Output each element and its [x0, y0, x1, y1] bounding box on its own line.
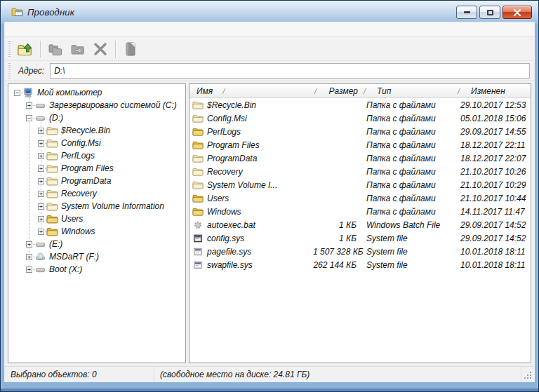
file-row[interactable]: System Volume I... Папка с файлами 21.10…: [189, 178, 531, 191]
folder-light-icon: [46, 163, 58, 174]
file-modified-cell: 21.10.2017 10:29: [455, 180, 531, 190]
address-label: Адрес:: [18, 66, 44, 76]
tree-item[interactable]: + Recovery: [8, 187, 185, 200]
file-row[interactable]: Config.Msi Папка с файлами 05.01.2018 15…: [189, 111, 531, 125]
file-name-cell: pagefile.sys: [189, 247, 313, 257]
column-header-size[interactable]: / Размер: [313, 84, 361, 97]
column-header-modified[interactable]: / Изменен: [455, 84, 531, 97]
file-row[interactable]: Recovery Папка с файлами 21.10.2017 10:2…: [189, 165, 531, 178]
file-row[interactable]: Windows Папка с файлами 14.11.2017 11:47: [189, 205, 531, 218]
address-input[interactable]: [50, 63, 530, 79]
file-name-cell: config.sys: [189, 234, 313, 243]
tree-item-label: (D:): [49, 113, 63, 123]
tree-expander[interactable]: +: [38, 203, 44, 210]
tree-item[interactable]: + Зарезервировано системой (C:): [8, 99, 185, 111]
folder-light-icon: [192, 100, 204, 110]
tree-expander[interactable]: +: [26, 254, 32, 260]
tree-expander[interactable]: +: [26, 266, 32, 273]
file-row[interactable]: Program Files Папка с файлами 18.12.2017…: [189, 138, 531, 151]
file-name: PerfLogs: [207, 127, 241, 137]
tree-expander[interactable]: −: [26, 115, 32, 121]
close-button[interactable]: [503, 6, 532, 19]
tree-item[interactable]: + Users: [8, 212, 185, 225]
file-row[interactable]: Users Папка с файлами 21.10.2017 10:44: [189, 191, 531, 205]
menu-item[interactable]: [23, 28, 36, 31]
maximize-button[interactable]: [479, 6, 500, 19]
tree-expander[interactable]: +: [38, 128, 44, 134]
copy-button: [44, 39, 67, 59]
file-size-cell: 1 КБ: [313, 220, 361, 230]
file-name: $Recycle.Bin: [207, 100, 256, 110]
file-type-cell: Папка с файлами: [361, 167, 455, 177]
tree-expander[interactable]: −: [14, 90, 20, 96]
column-separator: /: [458, 87, 460, 95]
file-name: Users: [207, 194, 229, 203]
window-title: Проводник: [27, 7, 74, 18]
tree-item-label: Windows: [61, 227, 95, 236]
menu-item[interactable]: [61, 28, 74, 31]
menu-item[interactable]: [11, 28, 23, 31]
tree-expander[interactable]: +: [26, 241, 32, 248]
tree-item[interactable]: + Program Files: [8, 162, 185, 175]
tree-item[interactable]: + (E:): [8, 238, 185, 250]
folder-light-icon: [46, 189, 58, 199]
tree-item[interactable]: + PerfLogs: [8, 149, 185, 162]
file-type-cell: Папка с файлами: [361, 140, 455, 150]
folder-light-icon: [192, 180, 204, 190]
file-name-cell: Config.Msi: [189, 114, 313, 123]
tree-expander[interactable]: +: [38, 153, 44, 159]
disk-icon: [34, 239, 46, 250]
tree-item[interactable]: + System Volume Information: [8, 200, 185, 212]
addressbar-gripper[interactable]: [8, 63, 11, 79]
resize-grip[interactable]: [521, 367, 534, 381]
file-name: ProgramData: [207, 154, 257, 163]
toolbar-separator: [40, 41, 41, 58]
minimize-button[interactable]: [456, 6, 477, 19]
menu-item[interactable]: [48, 28, 61, 31]
disk-icon: [34, 113, 46, 123]
up-one-level-button[interactable]: [14, 39, 36, 59]
folder-light-icon: [46, 126, 58, 136]
tree-item[interactable]: + MSDaRT (F:): [8, 250, 185, 263]
file-row[interactable]: ProgramData Папка с файлами 18.12.2017 2…: [189, 151, 531, 165]
file-modified-cell: 29.09.2017 14:55: [455, 127, 531, 137]
tree-expander[interactable]: +: [38, 229, 44, 235]
tree-item[interactable]: − Мой компьютер: [8, 86, 185, 99]
column-header-name[interactable]: Имя /: [189, 84, 313, 97]
tree-expander[interactable]: +: [38, 178, 44, 184]
file-row[interactable]: pagefile.sys 1 507 328 КБ System file 10…: [189, 245, 531, 258]
tree-expander[interactable]: +: [38, 165, 44, 172]
file-type-cell: System file: [361, 234, 455, 243]
file-row[interactable]: swapfile.sys 262 144 КБ System file 10.0…: [189, 258, 531, 271]
status-bar: Выбрано объектов: 0 (свободное место на …: [5, 366, 534, 381]
file-name: swapfile.sys: [207, 260, 253, 270]
file-row[interactable]: config.sys 1 КБ System file 29.09.2017 1…: [189, 231, 531, 245]
tree-item[interactable]: + ProgramData: [8, 175, 185, 187]
column-header-type[interactable]: / Тип: [361, 84, 455, 97]
sysfile-icon: [192, 260, 204, 270]
toolbar: [5, 37, 534, 61]
tree-expander[interactable]: +: [26, 102, 32, 109]
toolbar-separator: [115, 41, 116, 58]
tree-expander[interactable]: +: [38, 216, 44, 222]
computer-icon: [22, 88, 34, 98]
file-row[interactable]: autoexec.bat 1 КБ Windows Batch File 29.…: [189, 218, 531, 231]
tree-item[interactable]: − (D:): [8, 111, 185, 124]
file-name: System Volume I...: [207, 180, 277, 190]
tree-item[interactable]: + Boot (X:): [8, 263, 185, 276]
tree-item[interactable]: + Windows: [8, 225, 185, 238]
file-row[interactable]: $Recycle.Bin Папка с файлами 29.10.2017 …: [189, 98, 531, 111]
file-row[interactable]: PerfLogs Папка с файлами 29.09.2017 14:5…: [189, 125, 531, 138]
tree-item[interactable]: + Config.Msi: [8, 137, 185, 149]
file-name: Recovery: [207, 167, 243, 177]
menu-item[interactable]: [36, 28, 48, 31]
file-name: config.sys: [207, 234, 244, 243]
folder-light-icon: [192, 154, 204, 163]
tree-item[interactable]: + $Recycle.Bin: [8, 124, 185, 137]
tree-expander[interactable]: +: [38, 140, 44, 147]
tree-expander[interactable]: +: [38, 191, 44, 197]
file-name-cell: Windows: [189, 207, 313, 217]
tree-item-label: MSDaRT (F:): [49, 252, 99, 262]
file-name-cell: PerfLogs: [189, 127, 313, 137]
toolbar-gripper[interactable]: [8, 41, 11, 57]
